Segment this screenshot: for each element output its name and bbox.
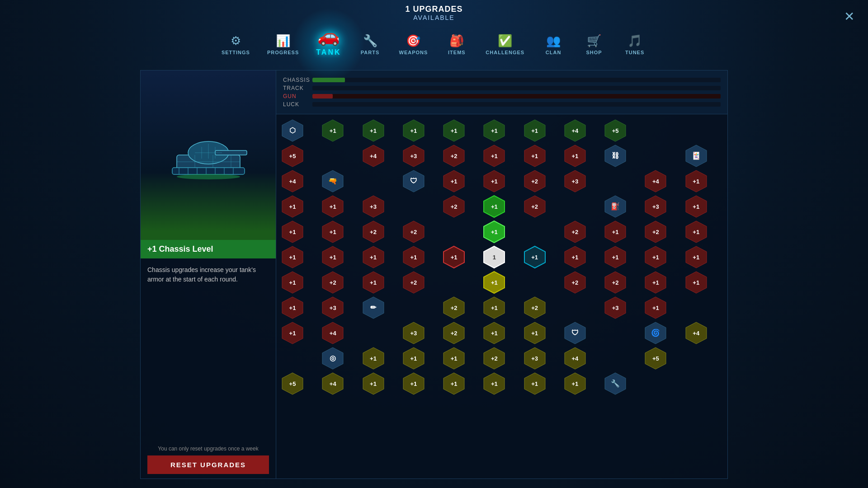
upgrade-cell[interactable]: +1 <box>442 169 466 193</box>
upgrade-cell[interactable]: 1 <box>482 245 506 269</box>
upgrade-cell[interactable]: 🛡 <box>563 321 587 345</box>
upgrade-cell[interactable]: 🃏 <box>684 144 708 168</box>
upgrade-cell[interactable]: +4 <box>321 321 344 345</box>
upgrade-cell[interactable]: +1 <box>482 220 506 244</box>
upgrade-cell[interactable]: +1 <box>482 372 506 395</box>
upgrade-cell[interactable]: +4 <box>281 169 304 193</box>
upgrade-cell[interactable]: +1 <box>482 271 506 294</box>
upgrade-cell[interactable]: +3 <box>523 347 547 370</box>
upgrade-cell[interactable]: +2 <box>563 220 587 244</box>
upgrade-cell[interactable]: +2 <box>523 195 547 218</box>
nav-shop[interactable]: 🛒 SHOP <box>576 30 612 59</box>
upgrade-cell[interactable]: +4 <box>684 321 708 345</box>
upgrade-cell[interactable]: +1 <box>321 119 344 142</box>
nav-tunes[interactable]: 🎵 TUNES <box>617 30 653 59</box>
upgrade-cell[interactable]: +1 <box>563 372 587 395</box>
upgrade-cell[interactable]: +1 <box>523 144 547 168</box>
upgrade-cell[interactable]: +1 <box>362 245 385 269</box>
upgrade-cell[interactable]: +1 <box>281 195 304 218</box>
upgrade-cell[interactable]: +1 <box>362 119 385 142</box>
upgrade-cell[interactable]: +2 <box>644 220 667 244</box>
close-button[interactable]: ✕ <box>844 9 854 24</box>
upgrade-cell[interactable]: +1 <box>362 271 385 294</box>
upgrade-cell[interactable]: +1 <box>281 296 304 319</box>
upgrade-cell[interactable]: +1 <box>281 271 304 294</box>
upgrade-cell[interactable]: 🔫 <box>321 169 344 193</box>
upgrade-cell[interactable]: +1 <box>321 195 344 218</box>
upgrade-cell[interactable]: +1 <box>563 144 587 168</box>
upgrade-cell[interactable]: +1 <box>362 372 385 395</box>
upgrade-cell[interactable]: 🔧 <box>604 372 627 395</box>
upgrade-cell[interactable]: +3 <box>604 296 627 319</box>
upgrade-cell[interactable]: +1 <box>644 296 667 319</box>
upgrade-cell[interactable]: +3 <box>402 321 425 345</box>
upgrade-cell[interactable]: +1 <box>442 347 466 370</box>
upgrade-cell[interactable]: +1 <box>442 372 466 395</box>
upgrade-cell[interactable]: +3 <box>563 169 587 193</box>
upgrade-cell[interactable]: +1 <box>321 220 344 244</box>
upgrade-cell[interactable]: +5 <box>281 372 304 395</box>
nav-items[interactable]: 🎒 ITEMS <box>439 30 475 59</box>
upgrade-cell[interactable]: +3 <box>321 296 344 319</box>
upgrade-cell[interactable]: ⬡ <box>281 119 304 142</box>
upgrade-cell[interactable]: +1 <box>684 169 708 193</box>
upgrade-cell[interactable]: +5 <box>281 144 304 168</box>
upgrade-cell[interactable]: +5 <box>644 347 667 370</box>
upgrade-cell[interactable]: 🛡 <box>402 169 425 193</box>
upgrade-cell[interactable]: +1 <box>684 220 708 244</box>
upgrade-cell[interactable]: +4 <box>321 372 344 395</box>
upgrade-cell[interactable]: +1 <box>684 271 708 294</box>
upgrade-cell[interactable]: +1 <box>523 245 547 269</box>
upgrade-cell[interactable]: +1 <box>482 195 506 218</box>
upgrade-cell[interactable]: ◎ <box>321 347 344 370</box>
upgrade-cell[interactable]: +1 <box>523 119 547 142</box>
upgrade-cell[interactable]: +2 <box>523 296 547 319</box>
upgrade-cell[interactable]: +1 <box>644 271 667 294</box>
upgrade-cell[interactable]: +1 <box>402 372 425 395</box>
upgrade-cell[interactable]: +1 <box>402 119 425 142</box>
nav-tank[interactable]: 🚗 TANK <box>310 22 347 59</box>
upgrade-cell[interactable]: +1 <box>402 347 425 370</box>
upgrade-cell[interactable]: ⛓ <box>604 144 627 168</box>
upgrade-cell[interactable]: 🌀 <box>644 321 667 345</box>
upgrade-cell[interactable]: +2 <box>442 296 466 319</box>
upgrade-cell[interactable]: +2 <box>442 195 466 218</box>
upgrade-cell[interactable]: +2 <box>362 220 385 244</box>
nav-weapons[interactable]: 🎯 WEAPONS <box>393 30 434 59</box>
upgrade-cell[interactable]: +1 <box>482 169 506 193</box>
upgrade-cell[interactable]: +2 <box>402 271 425 294</box>
upgrade-cell[interactable]: +5 <box>604 119 627 142</box>
upgrade-cell[interactable]: +1 <box>321 245 344 269</box>
upgrade-cell[interactable]: +1 <box>563 245 587 269</box>
nav-challenges[interactable]: ✅ CHALLENGES <box>479 30 531 59</box>
upgrade-cell[interactable]: +1 <box>482 321 506 345</box>
upgrade-cell[interactable]: +1 <box>281 321 304 345</box>
upgrade-cell[interactable]: +1 <box>281 220 304 244</box>
upgrade-cell[interactable]: +2 <box>482 347 506 370</box>
upgrade-cell[interactable]: ✏ <box>362 296 385 319</box>
upgrade-cell[interactable]: +1 <box>604 245 627 269</box>
upgrade-cell[interactable]: +1 <box>684 195 708 218</box>
upgrade-cell[interactable]: +2 <box>604 271 627 294</box>
upgrade-cell[interactable]: +1 <box>281 245 304 269</box>
upgrade-cell[interactable]: +2 <box>321 271 344 294</box>
upgrade-cell[interactable]: +2 <box>442 144 466 168</box>
upgrade-cell[interactable]: +3 <box>402 144 425 168</box>
upgrade-cell[interactable]: +1 <box>482 296 506 319</box>
upgrade-cell[interactable]: +2 <box>402 220 425 244</box>
upgrade-cell[interactable]: +4 <box>362 144 385 168</box>
nav-clan[interactable]: 👥 CLAN <box>535 30 571 59</box>
upgrade-cell[interactable]: +1 <box>402 245 425 269</box>
upgrade-cell[interactable]: ⛽ <box>604 195 627 218</box>
upgrade-cell[interactable]: +1 <box>482 144 506 168</box>
upgrade-cell[interactable]: +1 <box>442 245 466 269</box>
upgrade-cell[interactable]: +1 <box>644 245 667 269</box>
upgrade-cell[interactable]: +2 <box>442 321 466 345</box>
upgrade-cell[interactable]: +1 <box>362 347 385 370</box>
upgrade-cell[interactable]: +1 <box>523 321 547 345</box>
upgrade-cell[interactable]: +3 <box>362 195 385 218</box>
upgrade-cell[interactable]: +1 <box>684 245 708 269</box>
upgrade-cell[interactable]: +1 <box>442 119 466 142</box>
upgrade-cell[interactable]: +2 <box>563 271 587 294</box>
upgrade-cell[interactable]: +4 <box>563 119 587 142</box>
